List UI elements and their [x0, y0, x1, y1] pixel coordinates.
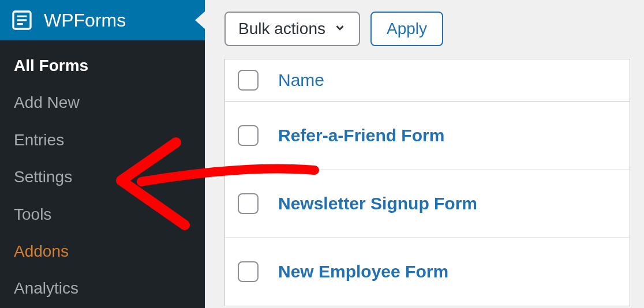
sidebar-menu: All Forms Add New Entries Settings Tools…	[0, 40, 205, 308]
sidebar-item-add-new[interactable]: Add New	[0, 84, 205, 121]
table-header: Name	[225, 59, 630, 102]
sidebar-title: WPForms	[44, 10, 126, 31]
bulk-actions-label: Bulk actions	[238, 20, 325, 38]
sidebar-item-analytics[interactable]: Analytics	[0, 270, 205, 307]
form-title-link[interactable]: Newsletter Signup Form	[278, 194, 477, 213]
form-title-link[interactable]: Refer-a-Friend Form	[278, 126, 444, 145]
select-all-checkbox[interactable]	[238, 70, 259, 91]
row-checkbox[interactable]	[238, 125, 259, 146]
table-row: New Employee Form	[225, 238, 630, 306]
apply-button[interactable]: Apply	[370, 12, 443, 46]
wpforms-icon	[10, 9, 33, 32]
bulk-actions-select[interactable]: Bulk actions	[224, 12, 360, 46]
toolbar: Bulk actions Apply	[224, 12, 630, 46]
sidebar-item-all-forms[interactable]: All Forms	[0, 47, 205, 84]
form-title-link[interactable]: New Employee Form	[278, 262, 448, 281]
row-checkbox[interactable]	[238, 261, 259, 282]
sidebar-header[interactable]: WPForms	[0, 0, 205, 40]
sidebar: WPForms All Forms Add New Entries Settin…	[0, 0, 205, 308]
column-header-name[interactable]: Name	[278, 70, 324, 90]
table-row: Refer-a-Friend Form	[225, 102, 630, 170]
forms-table: Name Refer-a-Friend Form Newsletter Sign…	[224, 59, 630, 306]
sidebar-item-addons[interactable]: Addons	[0, 233, 205, 270]
sidebar-item-tools[interactable]: Tools	[0, 196, 205, 233]
chevron-down-icon	[334, 20, 346, 38]
main-content: Bulk actions Apply Name Refer-a-Friend F…	[205, 0, 644, 308]
table-row: Newsletter Signup Form	[225, 170, 630, 238]
row-checkbox[interactable]	[238, 193, 259, 214]
sidebar-item-entries[interactable]: Entries	[0, 122, 205, 159]
sidebar-item-settings[interactable]: Settings	[0, 159, 205, 196]
